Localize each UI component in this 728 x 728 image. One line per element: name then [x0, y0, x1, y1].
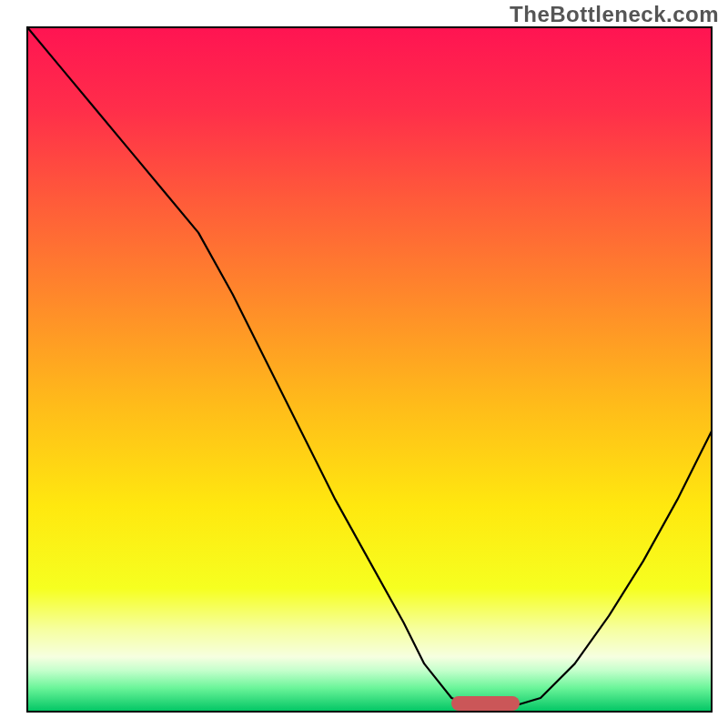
optimal-marker — [451, 696, 520, 711]
chart-canvas: TheBottleneck.com — [0, 0, 728, 728]
watermark-text: TheBottleneck.com — [510, 2, 719, 27]
plot-background — [27, 27, 712, 712]
bottleneck-chart — [0, 0, 728, 728]
